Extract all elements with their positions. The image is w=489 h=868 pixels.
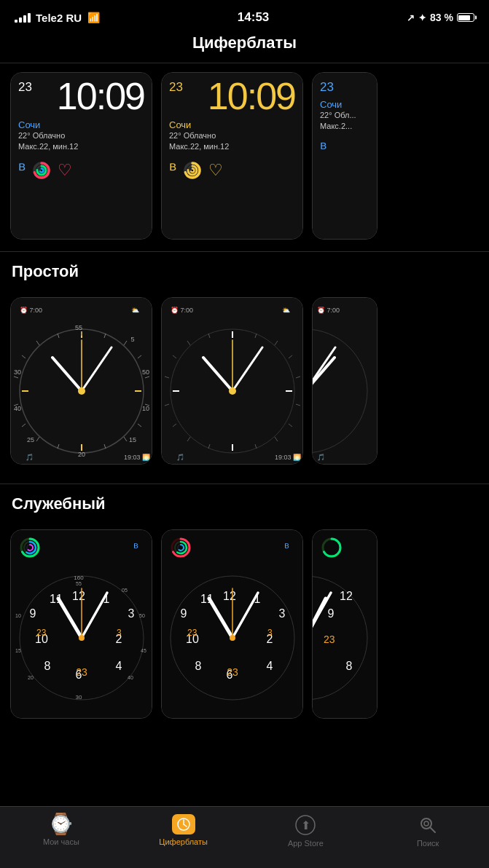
face-card-infograph-yellow[interactable]: 23 10:09 Сочи 22° ОблачноМакс.22, мин.12… — [161, 72, 303, 240]
svg-line-142 — [232, 593, 258, 638]
svg-line-26 — [124, 437, 127, 441]
utility-clock-1: ᴮ 160 55 05 50 45 40 30 20 15 10 12 6 10… — [11, 530, 152, 719]
svg-line-116 — [58, 599, 82, 638]
svg-line-46 — [82, 347, 112, 391]
svg-line-29 — [36, 341, 39, 345]
svg-line-117 — [82, 593, 107, 638]
svg-text:05: 05 — [122, 588, 128, 593]
location-icon: ↗ — [407, 12, 415, 23]
status-left: Tele2 RU 📶 — [15, 12, 100, 24]
svg-line-30 — [22, 355, 26, 358]
svg-line-22 — [138, 355, 141, 358]
svg-text:⏰ 7:00: ⏰ 7:00 — [20, 306, 42, 315]
simple-clock-2: ⏰ 7:00 ⛅ — [162, 298, 303, 465]
svg-text:3: 3 — [117, 628, 122, 638]
svg-text:55: 55 — [76, 581, 82, 586]
svg-text:⛅: ⛅ — [282, 306, 291, 315]
weather-detail-2: 22° ОблачноМакс.22, мин.12 — [169, 130, 295, 153]
svg-line-58 — [255, 334, 257, 338]
tab-app-store-label: App Store — [288, 839, 324, 848]
svg-text:20: 20 — [28, 675, 34, 680]
svg-text:20: 20 — [78, 451, 85, 458]
svg-text:ᴮ: ᴮ — [133, 542, 138, 554]
page-title: Циферблаты — [0, 31, 489, 63]
svg-text:4: 4 — [267, 660, 273, 672]
tab-my-watch[interactable]: ⌚ Мои часы — [0, 814, 122, 846]
svg-text:9: 9 — [181, 607, 187, 620]
face-card-utility-3[interactable]: 12 9 8 23 — [312, 529, 377, 719]
weather-city-1: Сочи — [18, 119, 144, 130]
svg-text:⏰ 7:00: ⏰ 7:00 — [171, 306, 193, 315]
utility-clock-2: ᴮ 12 6 10 2 9 3 8 4 11 1 23 3 — [162, 530, 303, 719]
face-time-1: 10:09 — [57, 77, 144, 115]
svg-text:12: 12 — [72, 590, 85, 602]
bluetooth-icon: ✦ — [418, 12, 426, 23]
face-time-2: 10:09 — [208, 77, 295, 115]
svg-text:ᴮ: ᴮ — [284, 542, 289, 554]
svg-point-81 — [313, 329, 367, 453]
tab-app-store-icon: ⬆ — [294, 814, 316, 836]
face-card-simple-2[interactable]: ⏰ 7:00 ⛅ — [161, 297, 303, 465]
face-card-utility-2[interactable]: ᴮ 12 6 10 2 9 3 8 4 11 1 23 3 — [161, 529, 303, 719]
tab-faces-icon — [172, 814, 195, 835]
section-title-utility: Служебный — [0, 484, 489, 521]
svg-text:55: 55 — [75, 324, 82, 331]
svg-text:9: 9 — [30, 607, 36, 620]
face-card-infograph-partial[interactable]: 23 Сочи 22° Обл...Макс.2... ᴮ — [312, 72, 377, 240]
svg-line-70 — [165, 404, 169, 406]
svg-text:45: 45 — [141, 648, 146, 653]
svg-text:30: 30 — [76, 694, 82, 701]
svg-text:8: 8 — [44, 660, 51, 672]
face-date-1: 23 — [18, 80, 32, 95]
svg-text:⬆: ⬆ — [301, 819, 310, 832]
svg-line-67 — [187, 341, 190, 345]
svg-line-163 — [430, 827, 435, 832]
svg-line-68 — [173, 355, 176, 358]
carrier-label: Tele2 RU — [36, 12, 82, 24]
svg-line-65 — [255, 444, 257, 449]
svg-text:15: 15 — [15, 648, 21, 653]
svg-line-31 — [14, 376, 18, 378]
face-card-utility-1[interactable]: ᴮ 160 55 05 50 45 40 30 20 15 10 12 6 10… — [10, 529, 152, 719]
svg-text:23: 23 — [76, 666, 87, 678]
svg-text:23: 23 — [36, 628, 47, 638]
svg-text:8: 8 — [195, 660, 202, 672]
weather-detail-3: 22° Обл...Макс.2... — [320, 110, 369, 133]
simple-clock-1: ⏰ 7:00 ⛅ — [11, 298, 152, 465]
battery-icon — [457, 13, 474, 22]
face-card-simple-1[interactable]: ⏰ 7:00 ⛅ — [10, 297, 152, 465]
svg-text:⛅: ⛅ — [131, 306, 140, 315]
svg-line-62 — [296, 404, 300, 406]
face-card-simple-3[interactable]: ⏰ 7:00 🎵 — [312, 297, 377, 465]
complications-2: ᴮ ♡ — [169, 160, 295, 181]
svg-line-21 — [124, 341, 127, 345]
svg-text:3: 3 — [128, 607, 135, 620]
tab-faces-label: Циферблаты — [159, 837, 208, 846]
svg-line-61 — [296, 376, 300, 378]
svg-text:23: 23 — [187, 628, 197, 638]
svg-text:15: 15 — [129, 436, 136, 443]
simple-faces-row: ⏰ 7:00 ⛅ — [0, 288, 489, 476]
svg-text:23: 23 — [227, 666, 238, 678]
svg-text:50: 50 — [139, 613, 145, 618]
face-date-3: 23 — [320, 80, 334, 95]
svg-text:⏰ 7:00: ⏰ 7:00 — [317, 306, 340, 315]
tab-search[interactable]: Поиск — [367, 814, 489, 848]
top-faces-row: 23 10:09 Сочи 22° ОблачноМакс.22, мин.12… — [0, 63, 489, 251]
svg-line-71 — [173, 424, 176, 427]
complications-1: ᴮ ♡ — [18, 160, 144, 181]
tab-faces[interactable]: Циферблаты — [122, 814, 245, 846]
svg-text:3: 3 — [279, 607, 286, 620]
svg-line-73 — [208, 444, 210, 449]
tab-my-watch-icon: ⌚ — [48, 814, 74, 835]
svg-point-162 — [424, 821, 429, 826]
svg-text:🎵: 🎵 — [317, 453, 326, 462]
svg-line-69 — [165, 376, 169, 378]
svg-line-158 — [184, 824, 187, 826]
face-card-infograph-blue[interactable]: 23 10:09 Сочи 22° ОблачноМакс.22, мин.12… — [10, 72, 152, 240]
tab-app-store[interactable]: ⬆ App Store — [245, 814, 367, 848]
svg-text:25: 25 — [27, 436, 34, 443]
simple-clock-3: ⏰ 7:00 🎵 — [313, 298, 377, 465]
svg-text:12: 12 — [340, 590, 353, 602]
svg-line-23 — [145, 376, 149, 378]
